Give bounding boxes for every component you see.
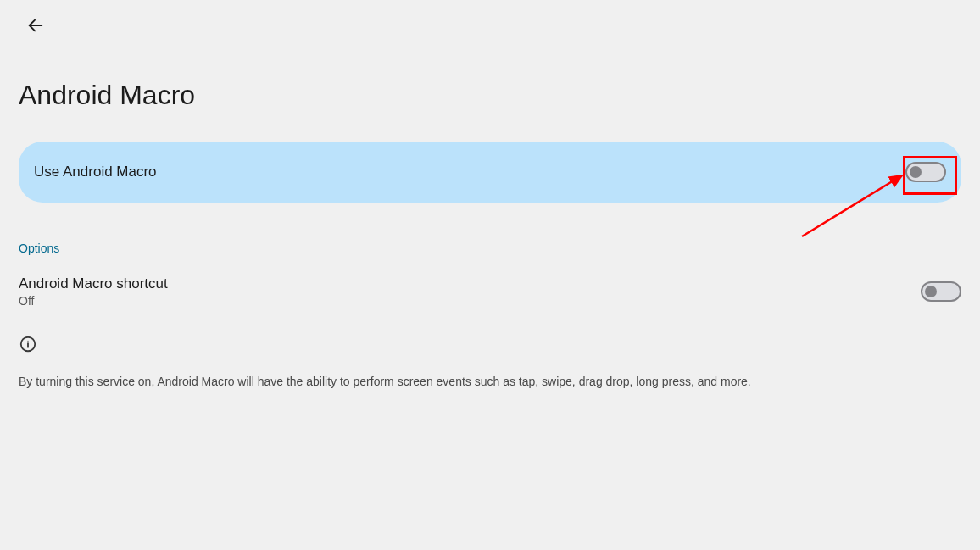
info-icon (19, 335, 37, 353)
arrow-left-icon (26, 16, 45, 35)
svg-point-3 (27, 341, 28, 342)
shortcut-status: Off (19, 294, 168, 308)
service-description: By turning this service on, Android Macr… (0, 357, 980, 391)
shortcut-row[interactable]: Android Macro shortcut Off (0, 255, 980, 308)
page-title: Android Macro (0, 37, 980, 111)
shortcut-title: Android Macro shortcut (19, 275, 168, 292)
options-section-label: Options (0, 203, 980, 255)
shortcut-toggle[interactable] (921, 281, 961, 302)
toggle-knob (910, 166, 922, 178)
use-service-label: Use Android Macro (34, 164, 157, 181)
vertical-divider (905, 277, 905, 306)
toggle-knob (925, 286, 937, 297)
back-button[interactable] (24, 14, 47, 37)
use-service-toggle[interactable] (905, 162, 946, 182)
use-service-row[interactable]: Use Android Macro (19, 142, 961, 203)
